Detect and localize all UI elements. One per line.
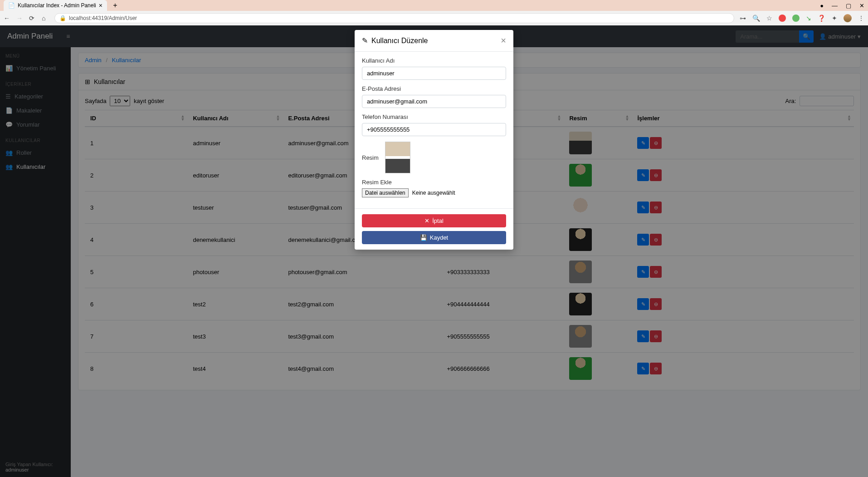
extension-green-icon[interactable] [792, 15, 800, 22]
email-label: E-Posta Adresi [362, 85, 506, 92]
profile-avatar-icon[interactable] [844, 14, 852, 22]
reload-icon[interactable]: ⟳ [29, 15, 36, 22]
cancel-label: İptal [432, 217, 444, 224]
file-status-text: Keine ausgewählt [412, 190, 455, 196]
new-tab-button[interactable]: + [111, 1, 120, 10]
extension-arrow-icon[interactable]: ↘ [806, 15, 811, 22]
save-icon: 💾 [420, 234, 427, 241]
phone-field[interactable] [362, 123, 506, 136]
help-icon[interactable]: ❓ [818, 15, 825, 22]
edit-icon: ✎ [362, 36, 368, 45]
back-icon[interactable]: ← [4, 15, 11, 22]
edit-user-modal: ✎ Kullanıcı Düzenle × Kullanıcı Adı E-Po… [355, 30, 513, 250]
modal-header: ✎ Kullanıcı Düzenle × [355, 30, 513, 52]
image-preview [385, 142, 410, 173]
tab-title: Kullanıcılar Index - Admin Paneli [18, 2, 96, 9]
browser-url-bar: ← → ⟳ ⌂ 🔒 localhost:44319/Admin/User ⊶ 🔍… [0, 11, 868, 25]
sync-icon[interactable]: ● [820, 2, 824, 9]
close-icon[interactable]: × [99, 2, 102, 9]
minimize-icon[interactable]: — [832, 2, 838, 9]
extensions-icon[interactable]: ✦ [832, 15, 837, 22]
star-icon[interactable]: ☆ [766, 15, 772, 22]
save-label: Kaydet [430, 234, 448, 241]
forward-icon[interactable]: → [16, 15, 24, 22]
modal-close-button[interactable]: × [501, 35, 506, 46]
modal-title: Kullanıcı Düzenle [371, 37, 428, 45]
url-text: localhost:44319/Admin/User [69, 15, 137, 21]
username-label: Kullanıcı Adı [362, 57, 506, 64]
address-bar[interactable]: 🔒 localhost:44319/Admin/User [54, 13, 734, 23]
home-icon[interactable]: ⌂ [42, 15, 49, 22]
tab-favicon: 📄 [8, 2, 15, 9]
lock-icon: 🔒 [59, 15, 66, 21]
phone-label: Telefon Numarası [362, 113, 506, 120]
menu-icon[interactable]: ⋮ [858, 15, 864, 22]
cancel-button[interactable]: ✕ İptal [362, 214, 506, 227]
close-window-icon[interactable]: ✕ [859, 2, 864, 9]
window-controls: ● — ▢ ✕ [820, 2, 864, 9]
close-icon: ✕ [424, 217, 429, 224]
username-field[interactable] [362, 67, 506, 80]
image-label: Resim [362, 154, 379, 161]
browser-tab[interactable]: 📄 Kullanıcılar Index - Admin Paneli × [4, 0, 107, 11]
email-field[interactable] [362, 95, 506, 108]
file-choose-button[interactable]: Datei auswählen [362, 188, 409, 197]
maximize-icon[interactable]: ▢ [846, 2, 851, 9]
extension-red-icon[interactable] [779, 15, 786, 22]
search-icon[interactable]: 🔍 [752, 15, 760, 22]
add-image-label: Resim Ekle [362, 179, 506, 186]
key-icon[interactable]: ⊶ [740, 15, 746, 22]
browser-tab-bar: 📄 Kullanıcılar Index - Admin Paneli × + … [0, 0, 868, 11]
save-button[interactable]: 💾 Kaydet [362, 231, 506, 244]
